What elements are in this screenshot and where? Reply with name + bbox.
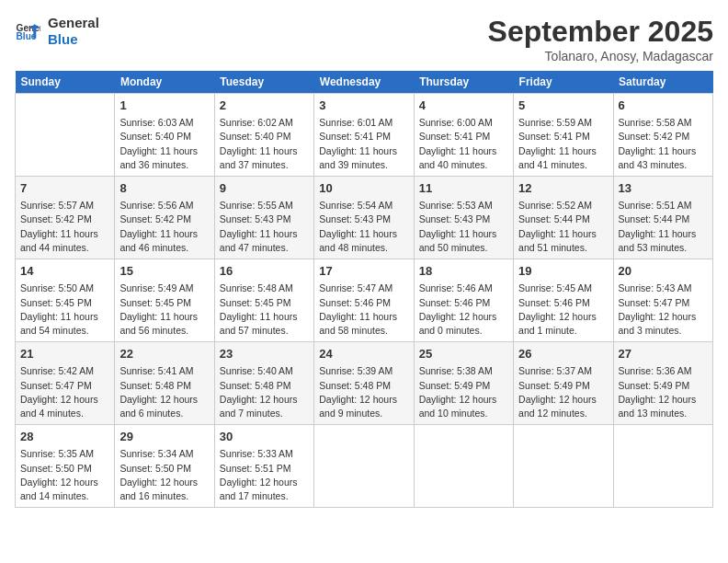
day-info: Sunrise: 5:42 AM Sunset: 5:47 PM Dayligh… [20,364,109,420]
logo: General Blue General Blue [15,15,99,48]
month-year: September 2025 [488,15,713,49]
col-header-saturday: Saturday [613,71,712,94]
calendar-cell: 20Sunrise: 5:43 AM Sunset: 5:47 PM Dayli… [613,259,712,342]
calendar-cell: 3Sunrise: 6:01 AM Sunset: 5:41 PM Daylig… [314,94,414,177]
calendar-table: SundayMondayTuesdayWednesdayThursdayFrid… [15,71,713,508]
day-info: Sunrise: 5:48 AM Sunset: 5:45 PM Dayligh… [220,282,309,338]
day-number: 9 [220,180,309,197]
calendar-cell: 12Sunrise: 5:52 AM Sunset: 5:44 PM Dayli… [514,177,613,259]
day-number: 19 [518,263,608,280]
day-info: Sunrise: 5:39 AM Sunset: 5:48 PM Dayligh… [319,364,408,420]
day-number: 10 [319,180,408,197]
day-number: 29 [119,429,209,445]
calendar-cell: 28Sunrise: 5:35 AM Sunset: 5:50 PM Dayli… [16,425,115,508]
day-info: Sunrise: 5:54 AM Sunset: 5:43 PM Dayligh… [319,199,408,255]
day-number: 20 [619,263,708,280]
day-number: 21 [20,346,109,362]
day-number: 12 [518,180,608,197]
calendar-cell: 10Sunrise: 5:54 AM Sunset: 5:43 PM Dayli… [314,177,414,259]
day-number: 1 [119,98,209,114]
calendar-cell: 8Sunrise: 5:56 AM Sunset: 5:42 PM Daylig… [115,177,214,259]
day-info: Sunrise: 5:40 AM Sunset: 5:48 PM Dayligh… [220,364,309,420]
calendar-cell [414,425,513,508]
week-row-1: 1Sunrise: 6:03 AM Sunset: 5:40 PM Daylig… [16,94,713,177]
day-number: 28 [20,429,109,445]
day-number: 26 [518,346,608,362]
day-number: 11 [419,180,508,197]
day-number: 2 [220,98,309,114]
day-info: Sunrise: 5:46 AM Sunset: 5:46 PM Dayligh… [419,282,508,338]
day-info: Sunrise: 5:35 AM Sunset: 5:50 PM Dayligh… [20,447,109,503]
day-number: 16 [220,263,309,280]
calendar-cell: 17Sunrise: 5:47 AM Sunset: 5:46 PM Dayli… [314,259,414,342]
day-number: 13 [619,180,708,197]
day-number: 22 [119,346,209,362]
day-number: 3 [319,98,408,114]
header-row: SundayMondayTuesdayWednesdayThursdayFrid… [16,71,713,94]
day-info: Sunrise: 6:03 AM Sunset: 5:40 PM Dayligh… [119,116,209,172]
col-header-thursday: Thursday [414,71,513,94]
calendar-cell: 13Sunrise: 5:51 AM Sunset: 5:44 PM Dayli… [613,177,712,259]
day-number: 6 [619,98,708,114]
day-info: Sunrise: 5:52 AM Sunset: 5:44 PM Dayligh… [518,199,608,255]
calendar-cell: 1Sunrise: 6:03 AM Sunset: 5:40 PM Daylig… [115,94,214,177]
day-number: 27 [619,346,708,362]
day-number: 8 [119,180,209,197]
day-number: 30 [220,429,309,445]
col-header-tuesday: Tuesday [214,71,313,94]
page-header: General Blue General Blue September 2025… [15,15,713,63]
logo-text: General [48,15,99,31]
day-info: Sunrise: 5:41 AM Sunset: 5:48 PM Dayligh… [119,364,209,420]
location: Tolanaro, Anosy, Madagascar [488,49,713,63]
col-header-friday: Friday [514,71,613,94]
day-number: 18 [419,263,508,280]
day-info: Sunrise: 5:51 AM Sunset: 5:44 PM Dayligh… [619,199,708,255]
calendar-cell: 4Sunrise: 6:00 AM Sunset: 5:41 PM Daylig… [414,94,513,177]
day-info: Sunrise: 5:43 AM Sunset: 5:47 PM Dayligh… [619,282,708,338]
calendar-cell: 22Sunrise: 5:41 AM Sunset: 5:48 PM Dayli… [115,342,214,425]
calendar-cell: 14Sunrise: 5:50 AM Sunset: 5:45 PM Dayli… [16,259,115,342]
day-info: Sunrise: 5:47 AM Sunset: 5:46 PM Dayligh… [319,282,408,338]
day-number: 7 [20,180,109,197]
day-info: Sunrise: 5:33 AM Sunset: 5:51 PM Dayligh… [220,447,309,503]
col-header-wednesday: Wednesday [314,71,414,94]
day-number: 17 [319,263,408,280]
week-row-5: 28Sunrise: 5:35 AM Sunset: 5:50 PM Dayli… [16,425,713,508]
title-block: September 2025 Tolanaro, Anosy, Madagasc… [488,15,713,63]
day-info: Sunrise: 5:49 AM Sunset: 5:45 PM Dayligh… [119,282,209,338]
logo-blue: Blue [48,31,99,48]
day-number: 25 [419,346,508,362]
day-info: Sunrise: 5:58 AM Sunset: 5:42 PM Dayligh… [619,116,708,172]
week-row-3: 14Sunrise: 5:50 AM Sunset: 5:45 PM Dayli… [16,259,713,342]
calendar-cell: 16Sunrise: 5:48 AM Sunset: 5:45 PM Dayli… [214,259,313,342]
calendar-cell: 15Sunrise: 5:49 AM Sunset: 5:45 PM Dayli… [115,259,214,342]
calendar-cell: 23Sunrise: 5:40 AM Sunset: 5:48 PM Dayli… [214,342,313,425]
day-info: Sunrise: 5:34 AM Sunset: 5:50 PM Dayligh… [119,447,209,503]
day-number: 24 [319,346,408,362]
calendar-cell [314,425,414,508]
calendar-cell [514,425,613,508]
calendar-cell: 11Sunrise: 5:53 AM Sunset: 5:43 PM Dayli… [414,177,513,259]
day-info: Sunrise: 5:59 AM Sunset: 5:41 PM Dayligh… [518,116,608,172]
calendar-cell: 30Sunrise: 5:33 AM Sunset: 5:51 PM Dayli… [214,425,313,508]
day-info: Sunrise: 6:01 AM Sunset: 5:41 PM Dayligh… [319,116,408,172]
day-info: Sunrise: 5:37 AM Sunset: 5:49 PM Dayligh… [518,364,608,420]
calendar-cell: 6Sunrise: 5:58 AM Sunset: 5:42 PM Daylig… [613,94,712,177]
calendar-cell: 24Sunrise: 5:39 AM Sunset: 5:48 PM Dayli… [314,342,414,425]
calendar-cell: 9Sunrise: 5:55 AM Sunset: 5:43 PM Daylig… [214,177,313,259]
calendar-cell: 7Sunrise: 5:57 AM Sunset: 5:42 PM Daylig… [16,177,115,259]
col-header-sunday: Sunday [16,71,115,94]
day-info: Sunrise: 5:50 AM Sunset: 5:45 PM Dayligh… [20,282,109,338]
day-info: Sunrise: 5:57 AM Sunset: 5:42 PM Dayligh… [20,199,109,255]
calendar-cell: 18Sunrise: 5:46 AM Sunset: 5:46 PM Dayli… [414,259,513,342]
day-number: 14 [20,263,109,280]
day-info: Sunrise: 5:38 AM Sunset: 5:49 PM Dayligh… [419,364,508,420]
logo-icon: General Blue [15,18,40,44]
day-info: Sunrise: 6:00 AM Sunset: 5:41 PM Dayligh… [419,116,508,172]
calendar-cell: 29Sunrise: 5:34 AM Sunset: 5:50 PM Dayli… [115,425,214,508]
calendar-cell: 25Sunrise: 5:38 AM Sunset: 5:49 PM Dayli… [414,342,513,425]
day-info: Sunrise: 5:56 AM Sunset: 5:42 PM Dayligh… [119,199,209,255]
calendar-cell: 27Sunrise: 5:36 AM Sunset: 5:49 PM Dayli… [613,342,712,425]
day-info: Sunrise: 6:02 AM Sunset: 5:40 PM Dayligh… [220,116,309,172]
week-row-2: 7Sunrise: 5:57 AM Sunset: 5:42 PM Daylig… [16,177,713,259]
